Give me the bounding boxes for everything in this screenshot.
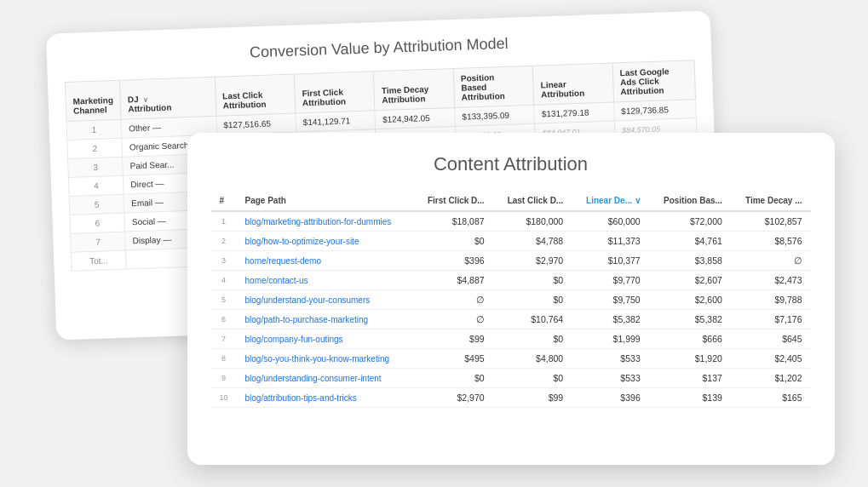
- col-position-bas: Position Bas...: [649, 191, 731, 211]
- table-row: 3 home/request-demo $396 $2,970 $10,377 …: [211, 251, 811, 271]
- col-time-decay: Time Decay ...: [731, 191, 811, 211]
- table-row: 4 home/contact-us $4,887 $0 $9,770 $2,60…: [211, 271, 811, 290]
- col-linear-de[interactable]: Linear De... ∨: [572, 191, 649, 211]
- col-dj-attribution: DJ ∨Attribution: [119, 77, 216, 119]
- table-row: 7 blog/company-fun-outings $99 $0 $1,999…: [211, 329, 811, 349]
- table-row: 5 blog/understand-your-consumers ∅ $0 $9…: [211, 290, 811, 310]
- col-marketing-channel: MarketingChannel: [65, 80, 121, 121]
- table-row: 6 blog/path-to-purchase-marketing ∅ $10,…: [211, 310, 811, 329]
- table-row: 2 blog/how-to-optimize-your-site $0 $4,7…: [211, 232, 811, 251]
- col-first-click-d: First Click D...: [413, 191, 493, 211]
- table-row: 1 blog/marketing-attribution-for-dummies…: [211, 211, 811, 232]
- table-row: 8 blog/so-you-think-you-know-marketing $…: [211, 349, 811, 369]
- front-table: # Page Path First Click D... Last Click …: [211, 191, 811, 408]
- col-last-click-d: Last Click D...: [493, 191, 572, 211]
- front-card-title: Content Attribution: [211, 153, 811, 175]
- col-time-decay: Time DecayAttribution: [373, 69, 454, 111]
- scene: Conversion Value by Attribution Model Ma…: [51, 22, 818, 465]
- col-num: #: [211, 191, 237, 211]
- table-row: 10 blog/attribution-tips-and-tricks $2,9…: [211, 388, 811, 408]
- sort-icon: ∨: [142, 96, 147, 104]
- col-page-path: Page Path: [237, 191, 413, 211]
- back-card-title: Conversion Value by Attribution Model: [63, 28, 693, 68]
- front-card: Content Attribution # Page Path First Cl…: [187, 133, 835, 465]
- col-first-click: First ClickAttribution: [294, 72, 375, 113]
- col-last-click: Last ClickAttribution: [214, 74, 295, 116]
- table-row: 9 blog/understanding-consumer-intent $0 …: [211, 369, 811, 388]
- col-position-based: PositionBasedAttribution: [453, 66, 534, 107]
- col-last-google: Last GoogleAds ClickAttribution: [612, 60, 695, 102]
- col-linear: LinearAttribution: [532, 63, 613, 105]
